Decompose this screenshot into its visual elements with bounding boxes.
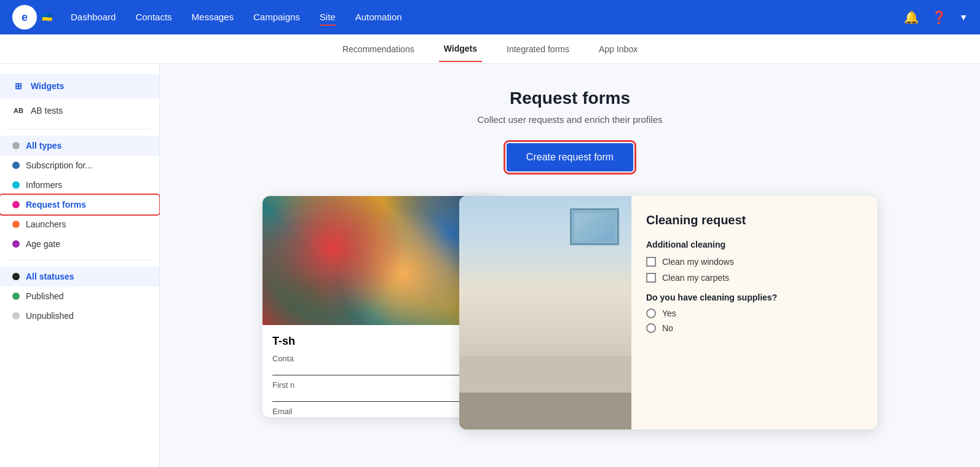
checkbox-carpets-box[interactable]	[646, 273, 656, 283]
logo[interactable]: e 🇺🇦	[12, 5, 52, 29]
dot-age-gate	[12, 240, 20, 248]
nav-right: 🔔 ❓ ▼	[904, 10, 968, 25]
tshirt-field-firstname: First n	[272, 380, 486, 402]
nav-campaigns[interactable]: Campaigns	[253, 9, 300, 26]
kitchen-window	[570, 208, 619, 245]
radio-no-circle[interactable]	[646, 323, 656, 333]
nav-automation[interactable]: Automation	[355, 9, 402, 26]
kitchen-image	[459, 196, 631, 430]
dot-request-forms	[12, 201, 20, 208]
cleaning-form-title: Cleaning request	[646, 213, 863, 227]
nav-site[interactable]: Site	[320, 9, 336, 26]
cleaning-form-card: Cleaning request Additional cleaning Cle…	[459, 196, 877, 430]
tshirt-field-email: Email	[272, 407, 486, 417]
cleaning-card-image	[459, 196, 631, 430]
tshirt-input-email	[272, 416, 486, 417]
checkbox-windows-box[interactable]	[646, 257, 656, 267]
filter-request-forms[interactable]: Request forms	[0, 195, 159, 214]
ab-icon: AB	[12, 104, 25, 117]
preview-area: T-sh Conta First n Email Color	[184, 196, 955, 430]
sidebar-item-widgets[interactable]: ⊞ Widgets	[0, 74, 159, 98]
nav-links: Dashboard Contacts Messages Campaigns Si…	[71, 9, 904, 26]
tab-app-inbox[interactable]: App Inbox	[594, 37, 642, 61]
widgets-icon: ⊞	[12, 80, 25, 92]
main-layout: ⊞ Widgets AB AB tests All types Subscrip…	[0, 64, 980, 467]
sidebar-widgets-label: Widgets	[31, 81, 64, 91]
page-title: Request forms	[184, 88, 955, 108]
logo-icon: e	[12, 5, 37, 29]
dot-published	[12, 292, 20, 300]
sub-navigation: Recommendations Widgets Integrated forms…	[0, 34, 980, 64]
dot-subscription	[12, 162, 20, 169]
filter-all-statuses[interactable]: All statuses	[0, 267, 159, 286]
page-subtitle: Collect user requests and enrich their p…	[184, 114, 955, 125]
user-menu-icon[interactable]: ▼	[959, 12, 968, 22]
dot-all-types	[12, 142, 20, 149]
dot-all-statuses	[12, 273, 20, 280]
tshirt-input-contact	[272, 363, 486, 375]
checkbox-clean-windows[interactable]: Clean my windows	[646, 257, 863, 267]
dot-informers	[12, 181, 20, 189]
additional-cleaning-label: Additional cleaning	[646, 240, 863, 249]
filter-all-types[interactable]: All types	[0, 136, 159, 155]
radio-yes-circle[interactable]	[646, 308, 656, 318]
help-icon[interactable]: ❓	[931, 10, 947, 25]
nav-messages[interactable]: Messages	[192, 9, 234, 26]
notification-icon[interactable]: 🔔	[904, 10, 919, 25]
kitchen-counter	[459, 356, 631, 393]
filter-launchers[interactable]: Launchers	[0, 214, 159, 234]
nav-dashboard[interactable]: Dashboard	[71, 9, 116, 26]
sidebar-ab-label: AB tests	[31, 106, 63, 116]
filter-informers[interactable]: Informers	[0, 175, 159, 195]
radio-yes[interactable]: Yes	[646, 308, 863, 318]
radio-no[interactable]: No	[646, 323, 863, 333]
nav-contacts[interactable]: Contacts	[135, 9, 172, 26]
filter-subscription[interactable]: Subscription for...	[0, 155, 159, 175]
tshirt-card-title: T-sh	[272, 335, 486, 348]
tshirt-field-contact: Conta	[272, 354, 486, 375]
create-request-form-button[interactable]: Create request form	[507, 143, 633, 171]
create-button-wrapper: Create request form	[184, 143, 955, 171]
sidebar-divider-2	[10, 260, 149, 261]
sidebar: ⊞ Widgets AB AB tests All types Subscrip…	[0, 64, 160, 467]
dot-launchers	[12, 221, 20, 228]
checkbox-clean-carpets[interactable]: Clean my carpets	[646, 273, 863, 283]
kitchen-floor	[459, 393, 631, 430]
tshirt-input-firstname	[272, 390, 486, 402]
sidebar-item-ab-tests[interactable]: AB AB tests	[0, 98, 159, 123]
cleaning-form-body: Cleaning request Additional cleaning Cle…	[631, 196, 877, 430]
tab-recommendations[interactable]: Recommendations	[338, 37, 419, 61]
cleaning-supplies-question: Do you have cleaning supplies?	[646, 292, 863, 302]
filter-age-gate[interactable]: Age gate	[0, 234, 159, 254]
tab-widgets[interactable]: Widgets	[439, 36, 482, 62]
main-content: Request forms Collect user requests and …	[160, 64, 980, 467]
filter-unpublished[interactable]: Unpublished	[0, 306, 159, 326]
dot-unpublished	[12, 312, 20, 320]
filter-published[interactable]: Published	[0, 286, 159, 306]
sidebar-divider-1	[10, 129, 149, 130]
top-navigation: e 🇺🇦 Dashboard Contacts Messages Campaig…	[0, 0, 980, 34]
tab-integrated-forms[interactable]: Integrated forms	[502, 37, 574, 61]
flag-icon: 🇺🇦	[42, 12, 52, 22]
